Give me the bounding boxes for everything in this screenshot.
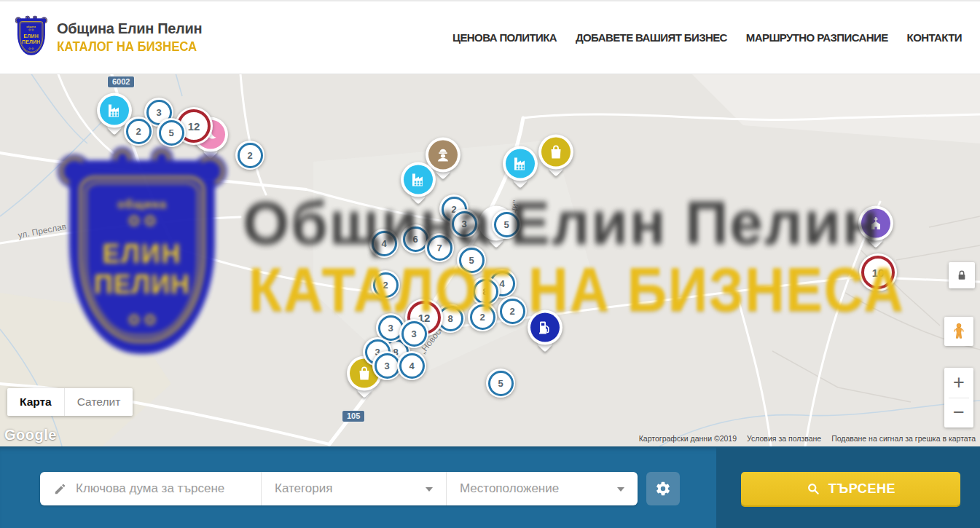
category-select[interactable]: Категория	[261, 472, 446, 505]
gear-icon	[655, 481, 671, 497]
cluster-count: 5	[168, 127, 173, 138]
map-attribution: Картографски данни ©2019 Условия за полз…	[639, 434, 976, 443]
search-bar: Категория Местоположение ТЪРСЕНЕ	[0, 446, 980, 528]
crest-body: община ЕЛИН ПЕЛИН	[17, 18, 45, 55]
zoom-in-button[interactable]: +	[944, 368, 973, 398]
header: община ЕЛИН ПЕЛИН Община Елин Пелин КАТА…	[0, 0, 980, 74]
map-type-control: Карта Сателит	[7, 388, 133, 416]
map-canvas[interactable]: ул. Преславбул. „Новоселци" 6002105 3122…	[0, 74, 980, 446]
page: община ЕЛИН ПЕЛИН Община Елин Пелин КАТА…	[0, 0, 980, 528]
cluster-marker[interactable]: 10	[859, 253, 897, 291]
bag-icon	[547, 143, 565, 161]
lock-scroll-button[interactable]	[949, 262, 975, 288]
cluster-count: 3	[384, 360, 389, 371]
search-icon	[806, 481, 820, 496]
pencil-icon	[53, 482, 67, 496]
cluster-count: 6	[412, 234, 418, 245]
cluster-marker[interactable]: 5	[457, 245, 486, 275]
church-icon	[867, 215, 885, 232]
cluster-count: 3	[156, 107, 161, 118]
cluster-count: 2	[383, 280, 388, 291]
chevron-down-icon	[426, 487, 433, 492]
crest-word-obshtina: община	[17, 25, 45, 28]
cluster-count: 10	[872, 267, 885, 279]
site-title: Община Елин Пелин	[57, 20, 216, 37]
google-logo[interactable]: Google	[4, 427, 57, 444]
keyword-field-wrap	[40, 472, 261, 505]
fuel-icon	[536, 319, 554, 336]
map-type-map-button[interactable]: Карта	[7, 388, 64, 416]
cluster-count: 4	[499, 278, 504, 289]
map-type-satellite-button[interactable]: Сателит	[64, 388, 133, 416]
cluster-marker[interactable]: 3	[450, 209, 479, 238]
factory-pin[interactable]	[503, 146, 538, 181]
factory-icon	[409, 171, 427, 189]
nav-contacts[interactable]: КОНТАКТИ	[907, 31, 962, 44]
cluster-marker[interactable]: 2	[498, 296, 527, 326]
cluster-count: 5	[469, 255, 474, 266]
category-select-label: Категория	[275, 481, 332, 496]
zoom-out-button[interactable]: −	[944, 398, 973, 428]
cluster-count: 3	[388, 323, 393, 334]
fuel-pin[interactable]	[528, 310, 562, 345]
attribution-report-link[interactable]: Подаване на сигнал за грешка в картата	[831, 434, 976, 443]
cluster-count: 5	[503, 219, 509, 230]
municipality-crest-logo: община ЕЛИН ПЕЛИН	[16, 17, 48, 58]
cluster-count: 8	[482, 286, 487, 297]
cluster-marker[interactable]: 3	[399, 319, 428, 348]
crest-name-line2: ПЕЛИН	[17, 39, 45, 44]
crest-shield: община ЕЛИН ПЕЛИН	[16, 17, 47, 55]
bag-pin[interactable]	[538, 135, 573, 170]
cluster-marker[interactable]: 2	[371, 270, 400, 299]
street-view-pegman-button[interactable]	[944, 317, 973, 346]
cluster-marker[interactable]: 2	[235, 141, 264, 170]
location-select[interactable]: Местоположение	[446, 472, 638, 505]
location-select-label: Местоположение	[460, 481, 559, 496]
church-pin[interactable]	[858, 206, 893, 241]
cluster-marker[interactable]: 8	[471, 277, 500, 306]
site-subtitle: КАТАЛОГ НА БИЗНЕСА	[57, 39, 197, 55]
cluster-marker[interactable]: 4	[369, 229, 399, 258]
cluster-count: 8	[447, 313, 452, 324]
cluster-count: 4	[409, 360, 414, 371]
cluster-marker[interactable]: 5	[486, 369, 515, 398]
search-button-label: ТЪРСЕНЕ	[828, 481, 895, 497]
factory-icon	[511, 155, 529, 173]
factory-pin[interactable]	[401, 162, 436, 197]
pegman-icon	[949, 322, 968, 341]
bag-icon	[356, 365, 373, 382]
cluster-count: 5	[498, 378, 503, 389]
cluster-count: 4	[381, 238, 386, 249]
cluster-count: 3	[461, 218, 466, 229]
advanced-search-settings-button[interactable]	[646, 472, 680, 505]
attribution-copyright: Картографски данни ©2019	[639, 434, 737, 443]
worker-icon	[434, 146, 452, 164]
search-box: Категория Местоположение	[40, 472, 638, 505]
nav-route-schedule[interactable]: МАРШРУТНО РАЗПИСАНИЕ	[746, 31, 888, 44]
chevron-down-icon	[617, 487, 624, 492]
attribution-terms-link[interactable]: Условия за ползване	[747, 434, 821, 443]
brand[interactable]: община ЕЛИН ПЕЛИН Община Елин Пелин КАТА…	[16, 17, 216, 58]
factory-icon	[106, 102, 123, 119]
keyword-search-input[interactable]	[76, 481, 251, 496]
cluster-count: 2	[509, 306, 514, 317]
cluster-count: 12	[188, 120, 200, 133]
cluster-marker[interactable]: 2	[468, 302, 497, 331]
cluster-count: 2	[136, 126, 141, 137]
crest-name-line1: ЕЛИН	[17, 33, 45, 39]
map-zoom-control: + −	[944, 368, 973, 427]
cluster-count: 7	[436, 243, 442, 253]
main-nav: ЦЕНОВА ПОЛИТИКА ДОБАВЕТЕ ВАШИЯТ БИЗНЕС М…	[452, 31, 962, 44]
cluster-marker[interactable]: 5	[492, 210, 521, 239]
nav-add-your-business[interactable]: ДОБАВЕТЕ ВАШИЯТ БИЗНЕС	[576, 31, 727, 44]
cluster-count: 2	[479, 312, 485, 323]
lock-icon	[954, 268, 969, 283]
cluster-count: 2	[247, 150, 252, 161]
search-submit-button[interactable]: ТЪРСЕНЕ	[741, 472, 960, 505]
cluster-marker[interactable]: 5	[157, 118, 186, 147]
cluster-count: 3	[411, 328, 416, 339]
cluster-marker[interactable]: 4	[397, 351, 426, 380]
cluster-marker[interactable]: 7	[425, 233, 454, 262]
nav-pricing-policy[interactable]: ЦЕНОВА ПОЛИТИКА	[452, 31, 557, 44]
cluster-marker[interactable]: 2	[124, 117, 153, 146]
